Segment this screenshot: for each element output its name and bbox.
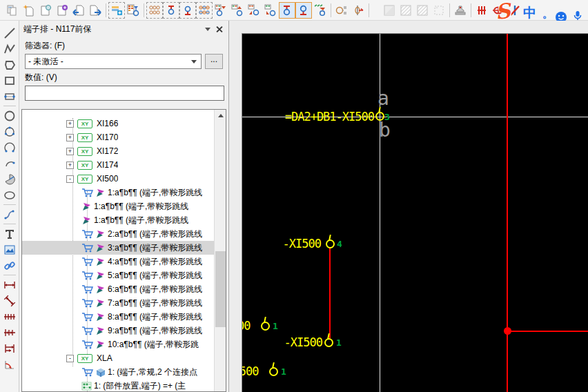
terminal-label[interactable]: -XI500 [284, 335, 322, 349]
tree-item-terminal[interactable]: 10:a¶b¶¶ (端子,带鞍形跳 [22, 337, 214, 351]
image-icon[interactable] [1, 242, 18, 257]
text-icon[interactable] [1, 226, 18, 242]
ime-punctuation[interactable]: 。 [542, 0, 553, 21]
tree-item-terminal[interactable]: 1: (端子,常规,2 个连接点 [22, 365, 214, 379]
expand-icon[interactable]: + [66, 148, 74, 155]
terminal-symbol[interactable] [269, 367, 278, 376]
dim-increment-icon[interactable] [1, 340, 18, 356]
wire-segment[interactable] [329, 247, 331, 338]
dim-linear-icon[interactable] [1, 277, 18, 293]
schematic-canvas[interactable]: a b =DA2+DB1-XI500 3 -XI500 4 -XI500 1 -… [242, 33, 588, 392]
tree-item-terminal[interactable]: 4:a¶b¶¶ (端子,带鞍形跳线 [22, 255, 214, 268]
value-input[interactable] [25, 86, 224, 101]
tree-item-terminal[interactable]: 7:a¶b¶¶ (端子,带鞍形跳线 [22, 296, 214, 310]
jumper-target-top-icon[interactable] [179, 2, 196, 19]
rectangle-2point-icon[interactable] [1, 88, 18, 104]
tree-item-terminal-selected[interactable]: 3:a¶b¶¶ (端子,带鞍形跳线 [22, 241, 214, 255]
terminal-label[interactable]: -XI500 [242, 319, 250, 333]
collapse-icon[interactable]: - [66, 355, 74, 362]
move-terminal-down-icon[interactable] [279, 2, 295, 19]
ime-mic-icon[interactable] [573, 0, 582, 21]
wire-horizontal[interactable] [507, 331, 588, 332]
paste-page-icon[interactable] [37, 2, 54, 19]
terminal-label[interactable]: -XI500 [242, 364, 258, 378]
swap-terminal-icon[interactable] [350, 2, 366, 19]
tree-item-terminal[interactable]: 1:a¶b¶¶ (端子,带鞍形跳线 [22, 186, 214, 199]
arc-3point-icon[interactable] [1, 139, 18, 155]
circle-icon[interactable] [1, 108, 18, 124]
tree-item-terminal[interactable]: 6:a¶b¶¶ (端子,带鞍形跳线 [22, 282, 214, 296]
expand-icon[interactable]: + [66, 134, 74, 141]
ellipse-icon[interactable] [1, 187, 18, 203]
polygon-icon[interactable] [1, 57, 18, 72]
spare-terminal-icon[interactable] [333, 2, 350, 19]
terminal-symbol[interactable] [324, 338, 333, 347]
rectangle-icon[interactable] [1, 72, 18, 88]
tree-item-terminal[interactable]: 9:a¶b¶¶ (端子,带鞍形跳线 [22, 324, 214, 337]
surface-fill-icon[interactable] [381, 2, 398, 19]
edit-terminal-strip-icon[interactable] [108, 2, 125, 19]
scrollbar-thumb[interactable] [215, 251, 226, 327]
jumper-pair-icon[interactable] [146, 2, 163, 19]
sort-terminals-d-icon[interactable] [262, 2, 279, 19]
expand-icon[interactable]: + [66, 161, 74, 169]
polyline-icon[interactable] [1, 41, 18, 57]
tree-item-terminal[interactable]: 2:a¶b¶¶ (端子,带鞍形跳线 [22, 227, 214, 241]
sogou-logo-icon[interactable]: S [496, 0, 511, 21]
tree-scrollbar[interactable] [214, 110, 226, 391]
blank-area-icon[interactable] [431, 2, 447, 19]
tree-node-xi500[interactable]: -XYXI500 [22, 172, 214, 186]
tree-item-terminal[interactable]: 1:a¶b¶¶ (端子,带鞍形跳线 [22, 213, 214, 227]
collapse-icon[interactable]: - [66, 175, 74, 183]
ime-emoji-icon[interactable] [555, 0, 567, 21]
sort-terminals-c-icon[interactable] [246, 2, 262, 19]
paste-special-icon[interactable] [54, 2, 70, 19]
hatch-area-2-icon[interactable] [414, 2, 431, 19]
line-icon[interactable] [1, 25, 18, 41]
tree-item-terminal[interactable]: 5:a¶b¶¶ (端子,带鞍形跳线 [22, 268, 214, 282]
dim-chain-icon[interactable] [1, 308, 18, 324]
arc-icon[interactable] [1, 155, 18, 171]
scroll-up-button[interactable] [215, 110, 226, 121]
page-export-icon[interactable] [87, 2, 104, 19]
terminal-label[interactable]: -XI500 [283, 237, 321, 251]
tree-item-terminal[interactable]: 1:a¶b¶¶ (端子,带鞍形跳线 [22, 199, 214, 213]
insert-saddle-jumper-icon[interactable] [312, 2, 329, 19]
terminal-symbol[interactable] [326, 239, 335, 248]
plot-stamp-icon[interactable] [452, 2, 469, 19]
tree-node-xi172[interactable]: +XYXI172 [22, 144, 214, 158]
terminal-symbol[interactable] [375, 112, 384, 121]
sort-terminals-b-icon[interactable] [229, 2, 246, 19]
tree-node-xla[interactable]: -XYXLA [22, 351, 214, 365]
circle-3point-icon[interactable] [1, 124, 18, 139]
dim-angle-icon[interactable] [1, 356, 18, 372]
saddle-jumper-pair-icon[interactable] [196, 2, 213, 19]
page-import-icon[interactable] [70, 2, 87, 19]
filter-more-button[interactable]: ... [205, 54, 223, 69]
grid-display-icon[interactable] [473, 2, 490, 19]
new-page-icon[interactable] [21, 2, 37, 19]
sector-icon[interactable] [1, 171, 18, 187]
copy-pages-icon[interactable] [4, 2, 21, 19]
panel-close-button[interactable] [213, 24, 224, 34]
dim-aligned-icon[interactable] [1, 293, 18, 308]
hatch-area-icon[interactable] [398, 2, 414, 19]
jumper-target-bottom-icon[interactable] [163, 2, 179, 19]
wire-vertical[interactable] [507, 34, 508, 392]
tree-item-terminal[interactable]: 8:a¶b¶¶ (端子,带鞍形跳线 [22, 310, 214, 324]
panel-pin-button[interactable] [202, 24, 213, 34]
tree-node-xi170[interactable]: +XYXI170 [22, 130, 214, 144]
move-terminal-up-icon[interactable] [295, 2, 312, 19]
ime-chinese-mode[interactable]: 中 [523, 0, 536, 21]
tree-item-part-placement[interactable]: 1: (部件放置,端子) =+ (主 [22, 379, 214, 391]
dim-baseline-icon[interactable] [1, 324, 18, 340]
expand-icon[interactable]: + [66, 120, 74, 128]
hyperlink-icon[interactable] [1, 257, 18, 273]
terminal-label[interactable]: =DA2+DB1-XI500 [285, 110, 374, 124]
tree-node-xi174[interactable]: +XYXI174 [22, 158, 214, 172]
sort-terminals-a-icon[interactable] [213, 2, 229, 19]
terminal-symbol[interactable] [261, 322, 270, 331]
spline-icon[interactable] [1, 206, 18, 222]
terminal-strip-navigator-icon[interactable] [125, 2, 141, 19]
tree-node-xi166[interactable]: +XYXI166 [22, 117, 214, 130]
